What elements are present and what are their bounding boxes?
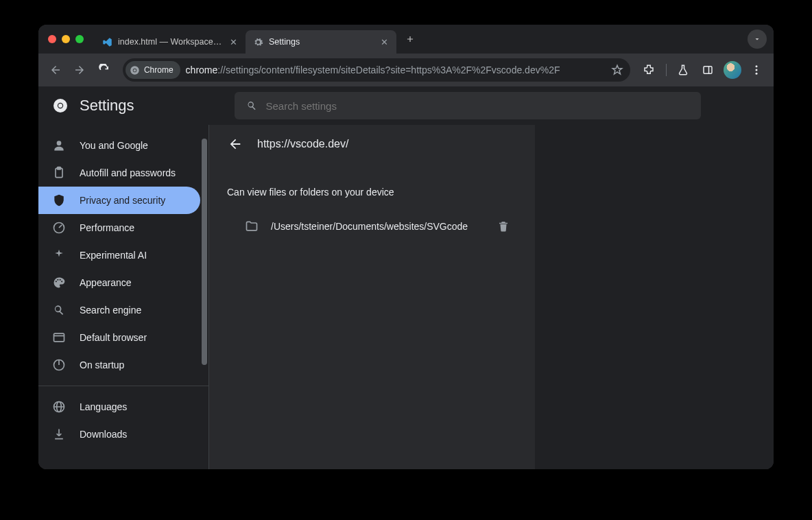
settings-app-title: Settings — [80, 97, 134, 115]
site-chip-label: Chrome — [144, 65, 174, 75]
close-icon[interactable]: ✕ — [379, 37, 390, 47]
delete-button[interactable] — [492, 215, 514, 237]
search-icon — [246, 99, 258, 112]
back-arrow-button[interactable] — [227, 136, 243, 152]
labs-button[interactable] — [673, 58, 693, 82]
tab-title: Settings — [269, 37, 373, 47]
chrome-icon — [130, 65, 140, 75]
settings-header: Settings — [38, 86, 774, 125]
sidebar-item-label: Performance — [80, 222, 134, 233]
site-origin-title: https://vscode.dev/ — [257, 138, 348, 150]
nav-forward-button — [70, 58, 91, 82]
folder-icon — [245, 220, 259, 233]
person-icon — [52, 139, 66, 152]
sidebar-item-search-engine[interactable]: Search engine — [38, 296, 200, 324]
sidebar-item-label: On startup — [80, 359, 124, 370]
sidebar-item-languages[interactable]: Languages — [38, 393, 200, 421]
sidebar-item-experimental-ai[interactable]: Experimental AI — [38, 241, 200, 269]
panel-gutter — [535, 125, 774, 469]
vscode-icon — [102, 36, 112, 47]
tab-title: index.html — Workspace — V — [118, 37, 222, 47]
svg-point-5 — [756, 65, 758, 67]
side-panel-button[interactable] — [697, 58, 718, 82]
svg-rect-13 — [58, 167, 61, 169]
address-bar[interactable]: Chrome chrome://settings/content/filesys… — [123, 58, 630, 82]
window-close-button[interactable] — [48, 35, 56, 43]
palette-icon — [52, 276, 66, 289]
extensions-button[interactable] — [638, 58, 659, 82]
browser-window: index.html — Workspace — V ✕ Settings ✕ — [38, 25, 774, 469]
svg-rect-3 — [704, 67, 712, 74]
window-controls — [48, 35, 84, 43]
speedometer-icon — [52, 221, 66, 235]
section-heading: Can view files or folders on your device — [227, 187, 517, 198]
sidebar-separator — [38, 386, 208, 386]
file-path-text: /Users/tsteiner/Documents/websites/SVGco… — [271, 221, 468, 232]
search-settings-input[interactable] — [266, 100, 690, 112]
svg-point-7 — [756, 73, 758, 75]
sidebar-item-label: Experimental AI — [80, 250, 147, 261]
settings-page: Settings You and Google Autofill and — [38, 86, 774, 469]
tab-settings[interactable]: Settings ✕ — [246, 30, 396, 54]
close-icon[interactable]: ✕ — [228, 37, 239, 47]
sidebar-item-label: Search engine — [80, 305, 141, 316]
svg-point-11 — [57, 141, 62, 145]
browser-toolbar: Chrome chrome://settings/content/filesys… — [38, 54, 774, 86]
sidebar-item-label: Autofill and passwords — [80, 167, 176, 178]
svg-point-6 — [756, 69, 758, 71]
toolbar-separator — [666, 64, 667, 76]
sidebar-item-label: Default browser — [80, 332, 147, 343]
site-chip[interactable]: Chrome — [126, 61, 180, 79]
settings-sidebar: You and Google Autofill and passwords Pr… — [38, 125, 208, 469]
sidebar-item-label: Downloads — [80, 429, 127, 440]
tab-index-html[interactable]: index.html — Workspace — V ✕ — [95, 30, 246, 54]
url-text: chrome://settings/content/filesystem/sit… — [186, 64, 560, 75]
window-maximize-button[interactable] — [75, 35, 84, 43]
gear-icon — [252, 36, 263, 47]
download-icon — [52, 427, 66, 441]
sidebar-item-label: Languages — [80, 401, 127, 412]
sidebar-item-default-browser[interactable]: Default browser — [38, 324, 200, 351]
browser-icon — [52, 331, 66, 344]
globe-icon — [52, 400, 66, 414]
sidebar-item-on-startup[interactable]: On startup — [38, 351, 200, 379]
tab-search-button[interactable] — [748, 29, 767, 49]
sidebar-item-downloads[interactable]: Downloads — [38, 421, 200, 448]
svg-point-10 — [58, 104, 62, 108]
tab-strip: index.html — Workspace — V ✕ Settings ✕ — [38, 25, 774, 54]
profile-avatar[interactable] — [722, 58, 743, 82]
page-header: https://vscode.dev/ — [227, 125, 517, 163]
sidebar-scrollbar[interactable] — [202, 139, 207, 365]
sidebar-item-label: You and Google — [80, 140, 148, 151]
sidebar-item-you-and-google[interactable]: You and Google — [38, 132, 200, 159]
svg-point-2 — [134, 69, 136, 71]
svg-point-18 — [61, 281, 62, 282]
svg-point-15 — [56, 281, 57, 282]
sidebar-item-autofill[interactable]: Autofill and passwords — [38, 159, 200, 187]
search-settings-field[interactable] — [235, 92, 701, 119]
sidebar-item-appearance[interactable]: Appearance — [38, 269, 200, 296]
new-tab-button[interactable] — [401, 29, 420, 49]
chrome-menu-button[interactable] — [746, 58, 767, 82]
sidebar-item-label: Appearance — [80, 277, 132, 288]
settings-body: You and Google Autofill and passwords Pr… — [38, 125, 774, 469]
search-icon — [52, 303, 66, 317]
svg-point-16 — [57, 279, 58, 281]
chrome-logo-icon — [52, 97, 69, 114]
nav-back-button[interactable] — [45, 58, 66, 82]
sidebar-item-performance[interactable]: Performance — [38, 214, 200, 241]
sidebar-item-privacy-security[interactable]: Privacy and security — [38, 187, 200, 214]
settings-main-panel: https://vscode.dev/ Can view files or fo… — [209, 125, 535, 469]
svg-rect-19 — [54, 333, 64, 342]
power-icon — [52, 358, 66, 372]
file-access-row: /Users/tsteiner/Documents/websites/SVGco… — [227, 209, 517, 244]
clipboard-icon — [52, 166, 66, 180]
sidebar-item-label: Privacy and security — [80, 195, 165, 206]
sparkle-icon — [52, 248, 66, 262]
bookmark-star-icon[interactable] — [611, 64, 623, 76]
window-minimize-button[interactable] — [62, 35, 70, 43]
svg-point-17 — [60, 279, 61, 281]
reload-button[interactable] — [94, 58, 115, 82]
shield-icon — [52, 193, 66, 207]
